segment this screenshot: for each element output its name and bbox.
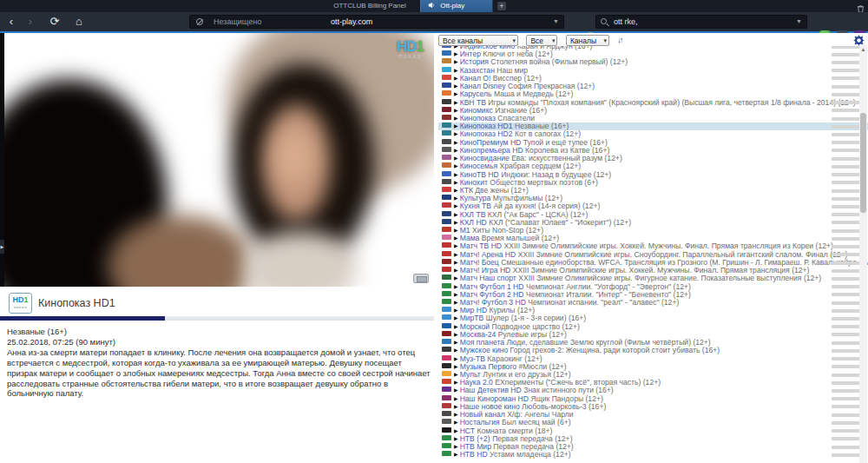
filter-group-select[interactable]: Все каналы	[438, 35, 518, 46]
channel-logo-chip	[442, 107, 451, 112]
browser-window: OTTCLUB Billing Panel Ott-play + ‹ › ⟳ ⌂…	[0, 0, 868, 463]
not-secure-icon	[196, 18, 203, 25]
channel-list-panel: Все каналы Все Каналы ↓↑ ▶Индийское кино…	[438, 33, 868, 463]
search-dropdown-icon[interactable]: ▼	[796, 16, 802, 28]
channel-row[interactable]: ▶Муз-ТВ Караокинг (12+)	[438, 355, 868, 363]
channel-row[interactable]: ▶Казахстан Наш мир	[438, 67, 868, 75]
channel-row[interactable]: ▶НТВ HD Устами младенца (12+)	[438, 451, 868, 459]
channel-row[interactable]: ▶Новый канал Х/ф: Ангелы Чарли	[438, 411, 868, 419]
channel-row[interactable]: ▶Киносвидание Ева: искусственный разум (…	[438, 155, 868, 162]
channel-row[interactable]: ▶Киносемья Храбрая сердцем (12+)	[438, 162, 868, 170]
channel-row[interactable]: ▶Кухня ТВ Ай да кухня! (14-я серия) (12+…	[438, 202, 868, 210]
channel-row[interactable]: ▶Матч Наш спорт XXIII Зимние Олимпийские…	[438, 274, 868, 282]
program-name: Караокинг (12+)	[487, 355, 542, 363]
channel-row[interactable]: ▶Культура Мультфильмы (12+)	[438, 195, 868, 202]
gear-icon[interactable]	[853, 34, 865, 45]
channel-row[interactable]: ▶Мужское кино Город грехов-2: Женщина, р…	[438, 347, 868, 354]
scroll-up-icon[interactable]: ▲	[859, 47, 867, 52]
channel-logo: HD1 показ	[9, 293, 32, 314]
trash-icon[interactable]	[856, 2, 865, 11]
channel-row[interactable]: ▶НТВ Мир Первая передача (12+)	[438, 443, 868, 451]
channel-row[interactable]: ▶Москва-24 Рулевые игры (12+)	[438, 331, 868, 339]
channel-row[interactable]: ▶Кинопоказ Спасатели	[438, 115, 868, 122]
channel-row[interactable]: ▶Матч Футбол 2 HD Чемпионат Италии. "Инт…	[438, 291, 868, 299]
channel-row[interactable]: ▶Морской Подводное царство (12+)	[438, 323, 868, 331]
channel-row[interactable]: ▶Кинопоказ HD2 Кот в сапогах (12+)	[438, 130, 868, 138]
channel-row[interactable]: ▶Матч! Игра HD XXIII Зимние Олимпийские …	[438, 267, 868, 274]
channel-logo-chip	[442, 299, 451, 304]
program-name: XXIII Зимние Олимпийские игры. Фигурное …	[518, 274, 821, 282]
play-icon: ▶	[454, 172, 458, 177]
channel-row[interactable]: ▶Наука 2.0 EXперименты ("Сжечь всё", вто…	[438, 379, 868, 387]
channel-row[interactable]: ▶Матч! Арена HD XXIII Зимние Олимпийские…	[438, 251, 868, 259]
channel-row[interactable]: ▶Канал Disney София Прекрасная (12+)	[438, 83, 868, 90]
channel-row[interactable]: ▶НСТ Комната смерти (18+)	[438, 427, 868, 435]
epg-progress-bar	[832, 141, 861, 144]
channel-name: Канал Disney	[460, 83, 506, 90]
reload-button[interactable]: ⟳	[47, 13, 62, 30]
list-scrollbar[interactable]: ▲	[859, 45, 867, 463]
channel-logo-chip	[442, 115, 451, 120]
channel-name: Культура	[460, 195, 491, 202]
channel-logo-chip	[442, 90, 451, 96]
channel-row[interactable]: ▶Наш Кинороман HD Ящик Пандоры (12+)	[438, 395, 868, 403]
channel-row[interactable]: ▶М1 Хиты Non-Stop (12+)	[438, 227, 868, 235]
epg-progress-bar	[832, 197, 861, 201]
channel-row[interactable]: ▶НТВ (+2) Первая передача (12+)	[438, 435, 868, 443]
filter-view-select[interactable]: Каналы	[566, 35, 609, 46]
epg-progress-bar	[832, 357, 861, 360]
channel-row[interactable]: ▶МирТВ Шулер (1-я - 3-я серии) (16+)	[438, 314, 868, 322]
channel-row[interactable]: ▶КХЛ ТВ КХЛ ("Ак Барс" - ЦСКА) (12+)	[438, 211, 868, 219]
channel-row[interactable]: ▶КТК Две жены (12+)	[438, 187, 868, 195]
channel-row[interactable]: ▶Кинопремьера HD Королева из Катве (16+)	[438, 147, 868, 155]
sort-icon[interactable]: ↓↑	[617, 35, 621, 46]
tab-ottclub-billing[interactable]: OTTCLUB Billing Panel	[323, 0, 417, 12]
filter-type-select[interactable]: Все	[526, 35, 557, 46]
channel-row[interactable]: ▶КВН ТВ Игры команды "Плохая компания" (…	[438, 99, 868, 107]
channel-logo-chip	[442, 314, 451, 320]
channel-row[interactable]: ▶Матч Футбол 1 HD Чемпионат Англии. "Уот…	[438, 283, 868, 291]
channel-row[interactable]: ▶Кинопоказ HD1 Незваные (16+)	[438, 122, 868, 130]
scrollbar-thumb[interactable]	[860, 113, 866, 213]
channel-row[interactable]: ▶КХЛ HD КХЛ ("Салават Юлаев" - "Йокерит"…	[438, 219, 868, 227]
channel-row[interactable]: ▶Наше новое кино Любовь-морковь-3 (16+)	[438, 403, 868, 411]
channel-row[interactable]: ▶Интер Ключи от неба (12+)	[438, 50, 868, 58]
channel-row[interactable]: ▶Моя планета Люди, сделавшие Землю кругл…	[438, 339, 868, 347]
channel-row[interactable]: ▶КиноПремиум HD Тупой и ещё тупее (16+)	[438, 139, 868, 147]
play-icon: ▶	[454, 372, 458, 377]
channel-row[interactable]: ▶Мир HD Курилы (12+)	[438, 307, 868, 314]
forward-button[interactable]: ›	[23, 13, 38, 30]
channel-row[interactable]: ▶История Столетняя война (Фильм первый) …	[438, 58, 868, 66]
back-button[interactable]: ‹	[3, 13, 19, 30]
epg-progress-bar	[832, 157, 861, 161]
channel-row[interactable]: ▶Мама Время малышей (12+)	[438, 235, 868, 242]
channel-row[interactable]: ▶Матч ТВ HD XXIII Зимние Олимпийские игр…	[438, 242, 868, 250]
url-dropdown-icon[interactable]: ▼	[553, 16, 559, 28]
channel-row[interactable]: ▶Канал O! Висспер (12+)	[438, 75, 868, 83]
channel-row[interactable]: ▶КиноТВ HD Индюки: Назад в будущее (12+)	[438, 171, 868, 179]
channel-row[interactable]: ▶Матч! Футбол 3 HD Чемпионат испании. "р…	[438, 299, 868, 307]
new-tab-button[interactable]: +	[497, 2, 506, 10]
url-field[interactable]: Незащищено ott-play.com ▼	[189, 15, 564, 29]
channel-row[interactable]: ▶Карусель Маша и Медведь (12+)	[438, 90, 868, 98]
channel-row[interactable]: ▶Матч! Боец Смешанные единоборства. WFCA…	[438, 259, 868, 267]
play-icon: ▶	[454, 108, 458, 113]
channel-row[interactable]: ▶Мульт Лунтик и его друзья (12+)	[438, 371, 868, 379]
channel-row[interactable]: ▶Ностальгия Был месяц май (6+)	[438, 419, 868, 427]
video-player[interactable]: HD1 ПОКАЗ	[4, 33, 434, 287]
channel-row[interactable]: ▶Кинохит Общество мертвых поэтов (6+)	[438, 179, 868, 187]
fullscreen-pip-button[interactable]	[413, 274, 429, 283]
home-button[interactable]: ⌂	[71, 13, 87, 30]
channel-name: Моя планета	[460, 339, 504, 347]
channel-row[interactable]: ▶Музыка Первого #Мюсли (12+)	[438, 363, 868, 371]
play-icon: ▶	[454, 148, 458, 153]
search-input[interactable]: ott rke, ▼	[595, 15, 807, 29]
epg-progress-bar	[832, 189, 861, 193]
tab-ottplay[interactable]: Ott-play	[420, 0, 493, 12]
channel-logo-chip	[442, 323, 451, 328]
play-icon: ▶	[454, 252, 458, 257]
channel-row[interactable]: ▶Киномикс Изгнание (16+)	[438, 107, 868, 115]
channel-row[interactable]: ▶Наш Детектив HD Знак истинного пути (16…	[438, 387, 868, 394]
play-icon: ▶	[454, 436, 458, 441]
channel-name: Новый канал	[460, 411, 505, 419]
